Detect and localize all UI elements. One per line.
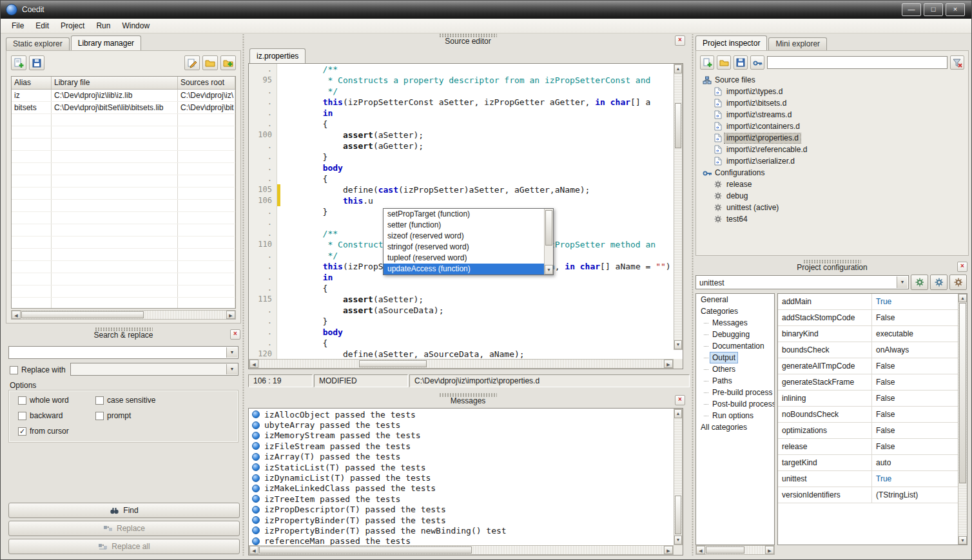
replace-button[interactable]: Replace bbox=[8, 521, 240, 536]
scroll-left-icon[interactable]: ◀ bbox=[249, 360, 258, 368]
add-source-button[interactable] bbox=[700, 55, 714, 70]
scrollbar-thumb[interactable] bbox=[706, 546, 744, 554]
message-row[interactable]: izDynamicList(T) passed the tests bbox=[249, 472, 674, 483]
tree-item[interactable]: test64 bbox=[701, 213, 964, 225]
property-value[interactable]: executable bbox=[872, 326, 958, 342]
message-row[interactable]: izPropertyBinder(T) passed the tests bbox=[249, 515, 674, 525]
message-row[interactable]: izPropertyBinder(T) passed the newBindin… bbox=[249, 525, 674, 536]
scrollbar-thumb[interactable] bbox=[959, 303, 966, 483]
scroll-right-icon[interactable]: ▶ bbox=[765, 546, 774, 554]
option-checkbox[interactable]: ✓from cursor bbox=[18, 427, 95, 436]
property-row[interactable]: generateStackFrameFalse bbox=[778, 374, 958, 391]
code-line[interactable]: . /** bbox=[249, 64, 674, 75]
completion-item[interactable]: setPropTarget (function) bbox=[384, 209, 545, 220]
scroll-up-icon[interactable]: ▲ bbox=[958, 294, 967, 302]
tree-item[interactable]: import\iz\bitsets.d bbox=[701, 97, 964, 109]
menu-run[interactable]: Run bbox=[90, 19, 116, 32]
message-row[interactable]: izMakeLinkedClass passed the tests bbox=[249, 483, 674, 494]
tools-button[interactable] bbox=[750, 55, 764, 70]
filter-button[interactable] bbox=[950, 55, 964, 70]
add-configuration-button[interactable] bbox=[911, 275, 928, 290]
code-line[interactable]: . body bbox=[249, 162, 674, 173]
code-line[interactable]: . body bbox=[249, 327, 674, 338]
tree-item[interactable]: unittest (active) bbox=[701, 202, 964, 213]
tree-item[interactable]: release bbox=[701, 179, 964, 190]
property-row[interactable]: versionIdentifiers(TStringList) bbox=[778, 487, 958, 503]
message-row[interactable]: izMemoryStream passed the tests bbox=[249, 430, 674, 441]
completion-item[interactable]: updateAccess (function) bbox=[384, 264, 545, 275]
close-panel-icon[interactable]: × bbox=[675, 35, 685, 46]
remove-configuration-button[interactable] bbox=[949, 275, 967, 290]
scroll-down-icon[interactable]: ▼ bbox=[674, 340, 682, 349]
property-value[interactable]: True bbox=[872, 471, 958, 487]
messages-hscrollbar[interactable]: ◀ ▶ bbox=[249, 545, 674, 555]
checkbox-box[interactable] bbox=[18, 412, 26, 420]
tab-iz-properties[interactable]: iz.properties bbox=[249, 48, 306, 63]
close-button[interactable]: × bbox=[946, 3, 965, 16]
add-library-button[interactable] bbox=[11, 55, 26, 70]
scroll-left-icon[interactable]: ◀ bbox=[696, 546, 705, 554]
library-table-hscrollbar[interactable]: ◀ ▶ bbox=[11, 310, 236, 320]
checkbox-box[interactable] bbox=[10, 366, 18, 374]
open-library-folder-button[interactable] bbox=[202, 55, 218, 70]
property-row[interactable]: unittestTrue bbox=[778, 471, 958, 487]
scrollbar-thumb[interactable] bbox=[675, 103, 681, 148]
checkbox-box[interactable] bbox=[95, 412, 104, 420]
open-folder-button[interactable] bbox=[717, 55, 731, 70]
menu-project[interactable]: Project bbox=[55, 19, 90, 32]
scrollbar-thumb[interactable] bbox=[359, 360, 427, 367]
tree-item[interactable]: import\iz\referencable.d bbox=[701, 144, 964, 155]
message-row[interactable]: izFileStream passed the tests bbox=[249, 441, 674, 451]
column-header[interactable]: Library file bbox=[52, 77, 178, 89]
message-row[interactable]: izTreeItem passed the tests bbox=[249, 494, 674, 504]
maximize-button[interactable]: □ bbox=[924, 3, 943, 16]
property-value[interactable]: False bbox=[872, 310, 958, 325]
message-row[interactable]: izArray(T) passed the tests bbox=[249, 452, 674, 462]
property-value[interactable]: auto bbox=[872, 455, 958, 470]
message-row[interactable]: referenceMan passed the tests bbox=[249, 536, 674, 545]
replace-all-button[interactable]: Replace all bbox=[8, 539, 240, 554]
scroll-up-icon[interactable]: ▲ bbox=[674, 64, 682, 73]
category-item[interactable]: Categories bbox=[696, 305, 774, 317]
category-item[interactable]: Run options bbox=[696, 410, 774, 421]
property-value[interactable]: (TStringList) bbox=[872, 487, 958, 503]
save-project-button[interactable] bbox=[734, 55, 748, 70]
category-item[interactable]: Others bbox=[696, 363, 774, 375]
property-value[interactable]: False bbox=[872, 423, 958, 438]
scroll-right-icon[interactable]: ▶ bbox=[664, 360, 673, 368]
scrollbar-thumb[interactable] bbox=[21, 311, 144, 318]
titlebar[interactable]: Coedit — □ × bbox=[1, 1, 971, 19]
category-item[interactable]: Post-build process bbox=[696, 398, 774, 410]
code-line[interactable]: . */ bbox=[249, 86, 674, 97]
messages-vscrollbar[interactable]: ▲ ▼ bbox=[674, 409, 683, 545]
replace-with-combobox[interactable]: ▼ bbox=[70, 363, 238, 376]
chevron-down-icon[interactable]: ▼ bbox=[226, 347, 237, 358]
property-row[interactable]: generateAllTmpCodeFalse bbox=[778, 358, 958, 374]
property-value[interactable]: False bbox=[872, 391, 958, 406]
add-library-folder-button[interactable] bbox=[220, 55, 236, 70]
property-value[interactable]: False bbox=[872, 374, 958, 390]
tree-item[interactable]: import\iz\containers.d bbox=[701, 121, 964, 132]
tab-static-explorer[interactable]: Static explorer bbox=[6, 37, 70, 50]
column-header[interactable]: Sources root bbox=[178, 77, 235, 89]
property-value[interactable]: True bbox=[872, 294, 958, 309]
scroll-left-icon[interactable]: ◀ bbox=[12, 311, 21, 319]
completion-item[interactable]: stringof (reserved word) bbox=[384, 242, 545, 253]
scroll-right-icon[interactable]: ▶ bbox=[664, 546, 673, 554]
category-item[interactable]: Pre-build process bbox=[696, 387, 774, 398]
scroll-left-icon[interactable]: ◀ bbox=[249, 546, 258, 554]
code-line[interactable]: 95 * Constructs a property descriptor fr… bbox=[249, 75, 674, 86]
chevron-down-icon[interactable]: ▼ bbox=[226, 364, 237, 374]
property-row[interactable]: releaseFalse bbox=[778, 439, 958, 455]
replace-with-checkbox[interactable]: Replace with bbox=[10, 364, 66, 376]
code-line[interactable]: . { bbox=[249, 119, 674, 130]
right-splitter[interactable] bbox=[691, 34, 694, 555]
editor-hscrollbar[interactable]: ◀ ▶ bbox=[249, 359, 674, 369]
tree-item[interactable]: Configurations bbox=[701, 167, 964, 179]
edit-library-button[interactable] bbox=[184, 55, 200, 70]
tab-mini-explorer[interactable]: Mini explorer bbox=[768, 37, 827, 50]
tree-item[interactable]: import\iz\streams.d bbox=[701, 109, 964, 121]
left-splitter[interactable] bbox=[242, 34, 245, 555]
category-item[interactable]: Output bbox=[696, 352, 774, 363]
code-line[interactable]: 120 define(aSetter, aSourceData, aName); bbox=[249, 349, 674, 359]
